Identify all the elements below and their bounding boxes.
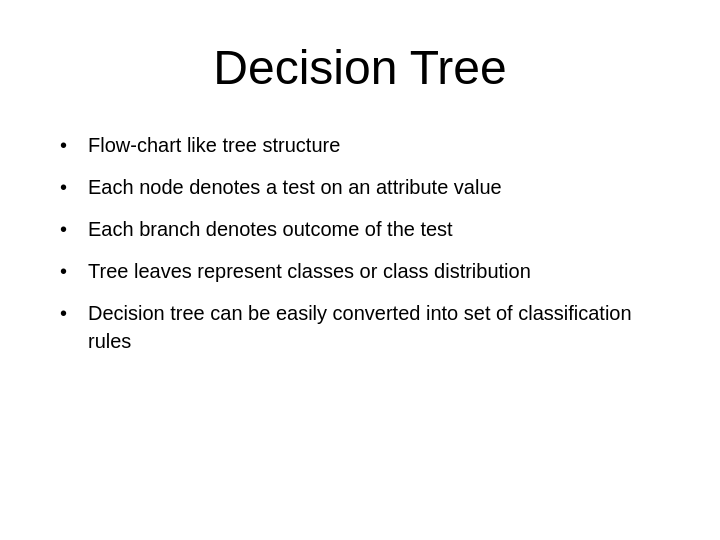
list-item: •Tree leaves represent classes or class …: [60, 257, 660, 285]
bullet-dot-icon: •: [60, 173, 78, 201]
bullet-text: Flow-chart like tree structure: [88, 131, 660, 159]
list-item: •Each branch denotes outcome of the test: [60, 215, 660, 243]
bullet-list: •Flow-chart like tree structure•Each nod…: [60, 131, 660, 369]
slide: Decision Tree •Flow-chart like tree stru…: [0, 0, 720, 540]
slide-title: Decision Tree: [60, 40, 660, 95]
list-item: •Each node denotes a test on an attribut…: [60, 173, 660, 201]
list-item: •Decision tree can be easily converted i…: [60, 299, 660, 355]
bullet-dot-icon: •: [60, 257, 78, 285]
bullet-text: Tree leaves represent classes or class d…: [88, 257, 660, 285]
bullet-text: Each branch denotes outcome of the test: [88, 215, 660, 243]
bullet-dot-icon: •: [60, 131, 78, 159]
bullet-text: Decision tree can be easily converted in…: [88, 299, 660, 355]
list-item: •Flow-chart like tree structure: [60, 131, 660, 159]
bullet-dot-icon: •: [60, 215, 78, 243]
bullet-dot-icon: •: [60, 299, 78, 327]
bullet-text: Each node denotes a test on an attribute…: [88, 173, 660, 201]
